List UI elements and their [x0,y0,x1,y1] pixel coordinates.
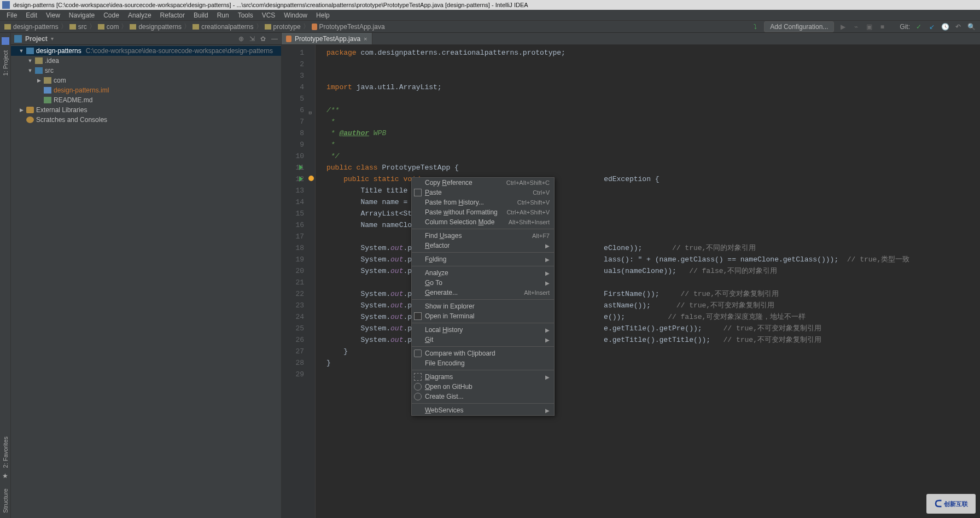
gear-icon[interactable]: ✿ [260,35,266,43]
left-tool-strip: 1: Project 2: Favorites ★ Structure [0,33,11,518]
build-icon[interactable]: ⤵ [751,22,760,31]
menu-build[interactable]: Build [189,10,213,20]
ctx-file-encoding[interactable]: File Encoding [412,358,554,368]
crumb-item[interactable]: com [107,23,119,31]
ctx-open-on-github[interactable]: Open on GitHub [412,382,554,392]
folder-icon [98,24,104,30]
chevron-right-icon: 〉 [256,22,262,31]
breadcrumb: design-patterns 〉src 〉com 〉designpattern… [4,22,385,31]
structure-tool-label[interactable]: Structure [2,488,9,513]
menu-view[interactable]: View [42,10,65,20]
project-tool-label[interactable]: 1: Project [2,50,9,75]
vcs-commit-icon[interactable]: ↙ [928,22,936,31]
editor-body[interactable]: 12345 6⊟ 78910 11 12 1314151617 18192021… [282,45,980,518]
project-panel: Project ▾ ⊕ ⇲ ✿ — ▼design-patternsC:\cod… [11,33,282,518]
coverage-icon[interactable]: ▣ [865,22,873,31]
menu-tools[interactable]: Tools [234,10,258,20]
vcs-revert-icon[interactable]: ↶ [954,22,962,31]
run-gutter-icon[interactable] [299,165,303,170]
project-panel-title[interactable]: Project [25,35,48,43]
tree-row[interactable]: design-patterns.iml [11,85,281,95]
tree-row[interactable]: ▼design-patternsC:\code-workspace\idea-s… [11,46,281,56]
stop-icon[interactable]: ■ [878,22,886,31]
tree-row[interactable]: ▶External Libraries [11,105,281,115]
favorites-tool-label[interactable]: 2: Favorites [2,436,9,468]
menu-navigate[interactable]: Navigate [65,10,99,20]
vcs-update-icon[interactable]: ✓ [914,22,923,31]
window-title: design-patterns [C:\code-workspace\idea-… [13,2,528,8]
ctx-folding[interactable]: Folding▶ [412,254,554,264]
ctx-go-to[interactable]: Go To▶ [412,278,554,288]
vcs-history-icon[interactable]: 🕓 [941,22,949,31]
lib-icon [26,107,34,113]
debug-icon[interactable]: ⌁ [851,22,860,31]
ctx-paste-from-history-[interactable]: Paste from History...Ctrl+Shift+V [412,197,554,207]
paste-icon [414,189,422,196]
ctx-analyze[interactable]: Analyze▶ [412,268,554,278]
project-tool-icon[interactable] [2,37,9,45]
md-icon [44,97,51,103]
ctx-open-in-terminal[interactable]: Open in Terminal [412,311,554,321]
ctx-column-selection-mode[interactable]: Column Selection ModeAlt+Shift+Insert [412,217,554,227]
run-icon[interactable]: ▶ [838,22,847,31]
scratch-icon [26,117,34,123]
app-icon [2,1,10,9]
folder-icon [35,57,43,64]
java-file-icon [312,24,317,30]
tree-row[interactable]: Scratches and Consoles [11,115,281,125]
intention-bulb-icon[interactable] [308,176,314,181]
ctx-paste-without-formatting[interactable]: Paste without FormattingCtrl+Alt+Shift+V [412,207,554,217]
close-icon[interactable]: × [364,36,367,42]
ctx-git[interactable]: Git▶ [412,335,554,345]
menu-refactor[interactable]: Refactor [156,10,189,20]
project-panel-header: Project ▾ ⊕ ⇲ ✿ — [11,33,281,45]
ctx-compare-with-clipboard[interactable]: Compare with Clipboard [412,348,554,358]
editor-gutter[interactable]: 12345 6⊟ 78910 11 12 1314151617 18192021… [282,45,316,518]
ctx-generate-[interactable]: Generate...Alt+Insert [412,288,554,298]
add-configuration-button[interactable]: Add Configuration... [764,21,834,32]
menu-analyze[interactable]: Analyze [124,10,156,20]
hide-panel-icon[interactable]: — [271,35,278,43]
menu-vcs[interactable]: VCS [258,10,280,20]
menu-run[interactable]: Run [213,10,234,20]
tree-row[interactable]: ▼src [11,66,281,75]
folder-icon [4,24,11,30]
crumb-item[interactable]: prototype [273,23,301,31]
ctx-copy-reference[interactable]: Copy ReferenceCtrl+Alt+Shift+C [412,178,554,188]
watermark-badge: ᑕ 创新互联 [926,494,976,514]
ctx-webservices[interactable]: WebServices▶ [412,405,554,415]
tree-row[interactable]: ▶com [11,75,281,85]
crumb-item[interactable]: src [78,23,87,31]
menu-code[interactable]: Code [99,10,124,20]
target-icon[interactable]: ⊕ [238,35,244,43]
crumb-item[interactable]: creationalpatterns [201,23,253,31]
chevron-right-icon: 〉 [303,22,310,31]
ctx-refactor[interactable]: Refactor▶ [412,241,554,251]
folder-blue-icon [26,48,34,54]
ctx-diagrams[interactable]: Diagrams▶ [412,372,554,382]
editor-tab-active[interactable]: PrototypeTestApp.java × [282,33,372,44]
ctx-paste[interactable]: PasteCtrl+V [412,188,554,197]
crumb-root[interactable]: design-patterns [4,23,59,31]
collapse-all-icon[interactable]: ⇲ [249,35,255,43]
ctx-show-in-explorer[interactable]: Show in Explorer [412,301,554,311]
crumb-file[interactable]: PrototypeTestApp.java [319,23,385,31]
tree-row[interactable]: ▼.idea [11,56,281,66]
menu-edit[interactable]: Edit [21,10,42,20]
project-tree[interactable]: ▼design-patternsC:\code-workspace\idea-s… [11,45,281,518]
run-gutter-icon[interactable] [299,176,303,182]
menu-window[interactable]: Window [279,10,312,20]
tree-row[interactable]: README.md [11,95,281,105]
editor-area: PrototypeTestApp.java × 12345 6⊟ 78910 1… [282,33,980,518]
gh-icon [414,393,422,400]
chevron-down-icon[interactable]: ▾ [51,36,54,42]
fold-icon[interactable]: ⊟ [309,108,312,119]
ctx-create-gist-[interactable]: Create Gist... [412,392,554,401]
main-menu-bar: File Edit View Navigate Code Analyze Ref… [0,10,980,21]
menu-file[interactable]: File [2,10,21,20]
crumb-item[interactable]: designpatterns [138,23,182,31]
ctx-local-history[interactable]: Local History▶ [412,325,554,335]
menu-help[interactable]: Help [312,10,334,20]
search-icon[interactable]: 🔍 [967,22,976,31]
ctx-find-usages[interactable]: Find UsagesAlt+F7 [412,231,554,241]
